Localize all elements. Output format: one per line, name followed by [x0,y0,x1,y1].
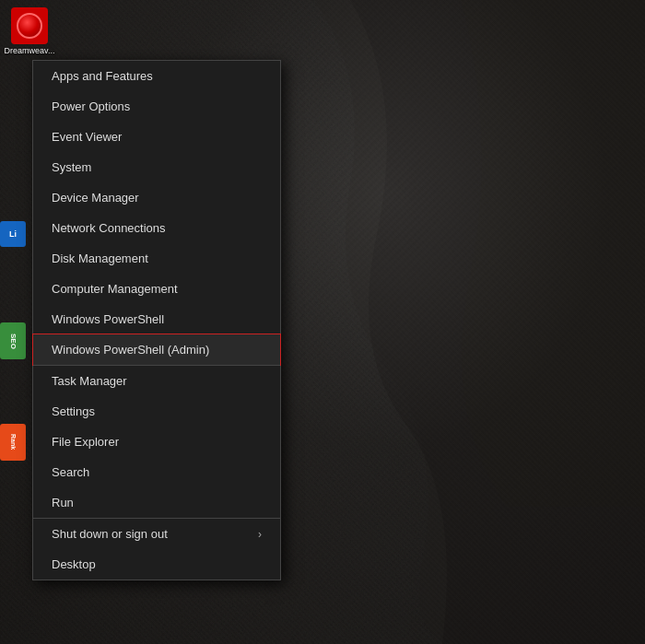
menu-item-label-desktop: Desktop [52,557,96,571]
menu-item-shut-down-sign-out[interactable]: Shut down or sign out› [33,518,280,549]
menu-item-label-file-explorer: File Explorer [52,435,119,449]
menu-item-power-options[interactable]: Power Options [33,91,280,122]
menu-item-event-viewer[interactable]: Event Viewer [33,122,280,152]
menu-item-label-shut-down-sign-out: Shut down or sign out [52,527,168,541]
menu-item-file-explorer[interactable]: File Explorer [33,427,280,457]
menu-item-windows-powershell[interactable]: Windows PowerShell [33,304,280,334]
rank-icon-label: Rank [10,434,17,450]
menu-item-label-power-options: Power Options [52,100,130,113]
menu-item-network-connections[interactable]: Network Connections [33,213,280,243]
menu-item-label-windows-powershell: Windows PowerShell [52,312,164,326]
menu-item-label-computer-management: Computer Management [52,282,178,296]
rank-icon-block[interactable]: Rank [0,424,26,461]
menu-item-run[interactable]: Run [33,487,280,518]
link-icon-block[interactable]: Li [0,221,26,247]
menu-item-label-device-manager: Device Manager [52,191,139,205]
dreamweaver-label: Dreamweav... [5,46,55,55]
menu-item-arrow-shut-down-sign-out: › [258,528,262,541]
context-menu: Apps and FeaturesPower OptionsEvent View… [32,60,281,580]
menu-item-label-disk-management: Disk Management [52,252,148,265]
menu-item-computer-management[interactable]: Computer Management [33,274,280,304]
seo-icon-label: SEO [9,334,18,349]
menu-item-label-windows-powershell-admin: Windows PowerShell (Admin) [52,343,209,357]
menu-item-apps-features[interactable]: Apps and Features [33,61,280,91]
menu-item-label-task-manager: Task Manager [52,374,127,388]
dreamweaver-icon-img [11,7,48,44]
menu-item-label-system: System [52,160,91,174]
menu-item-label-settings: Settings [52,404,95,418]
menu-item-label-network-connections: Network Connections [52,221,166,235]
dreamweaver-icon[interactable]: Dreamweav... [7,7,52,63]
menu-item-label-apps-features: Apps and Features [52,69,153,83]
menu-item-label-search: Search [52,465,89,479]
link-icon-label: Li [9,229,17,239]
seo-icon-block[interactable]: SEO [0,322,26,359]
desktop: Dreamweav... Li SEO Rank Apps and Featur… [0,0,645,644]
menu-item-label-run: Run [52,496,74,509]
menu-item-label-event-viewer: Event Viewer [52,130,122,144]
menu-item-system[interactable]: System [33,152,280,182]
menu-item-settings[interactable]: Settings [33,396,280,427]
menu-item-windows-powershell-admin[interactable]: Windows PowerShell (Admin) [33,334,280,365]
dreamweaver-circle [17,13,42,39]
menu-item-desktop[interactable]: Desktop [33,549,280,580]
menu-item-device-manager[interactable]: Device Manager [33,182,280,213]
menu-item-disk-management[interactable]: Disk Management [33,243,280,274]
menu-item-task-manager[interactable]: Task Manager [33,365,280,396]
menu-item-search[interactable]: Search [33,457,280,487]
